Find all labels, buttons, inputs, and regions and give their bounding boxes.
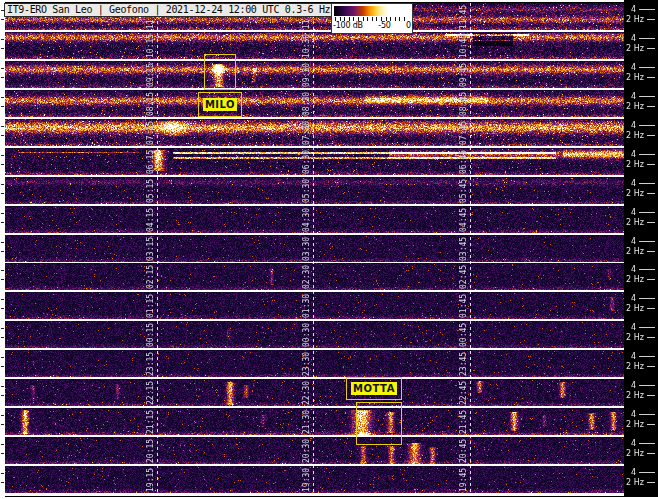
- freq-tick-dash: [639, 414, 655, 415]
- freq-tick-dash: [647, 424, 655, 425]
- freq-tick-dash: [639, 67, 655, 68]
- freq-axis-row: 42 Hz: [625, 350, 656, 376]
- freq-tick-dash: [639, 269, 655, 270]
- time-tick-label: 08:45: [459, 92, 468, 116]
- time-tick-label: 21:45: [459, 410, 468, 434]
- time-tick-label: 10:15: [146, 34, 155, 58]
- freq-tick: 4: [625, 237, 656, 246]
- time-tick-label: 00:15: [146, 323, 155, 347]
- freq-tick: 4: [625, 323, 656, 332]
- freq-tick-label: 4: [631, 5, 636, 14]
- freq-tick-dash: [639, 443, 655, 444]
- freq-tick-label: 4: [631, 121, 636, 130]
- freq-tick-label: 4: [631, 63, 636, 72]
- freq-tick: 2 Hz: [625, 73, 656, 82]
- freq-tick: 2 Hz: [625, 391, 656, 400]
- freq-axis-row: 42 Hz: [625, 437, 656, 463]
- time-tick-label: 09:15: [146, 63, 155, 87]
- freq-tick-dash: [639, 472, 655, 473]
- freq-tick-label: 2 Hz: [626, 247, 644, 256]
- freq-tick: 2 Hz: [625, 102, 656, 111]
- colorbar-label-max: 0: [406, 21, 411, 30]
- freq-tick-label: 4: [631, 468, 636, 477]
- freq-tick-label: 2 Hz: [626, 131, 644, 140]
- freq-tick-dash: [647, 222, 655, 223]
- freq-tick-dash: [647, 308, 655, 309]
- freq-tick: 4: [625, 352, 656, 361]
- freq-tick-dash: [647, 337, 655, 338]
- freq-tick: 2 Hz: [625, 275, 656, 284]
- time-tick-label: 07:30: [302, 121, 311, 145]
- freq-tick: 2 Hz: [625, 420, 656, 429]
- freq-tick: 4: [625, 381, 656, 390]
- time-tick-label: 20:30: [302, 439, 311, 463]
- freq-axis-row: 42 Hz: [625, 263, 656, 289]
- time-tick-label: 23:30: [302, 352, 311, 376]
- freq-tick: 2 Hz: [625, 160, 656, 169]
- freq-tick: 2 Hz: [625, 362, 656, 371]
- freq-tick: 4: [625, 179, 656, 188]
- station-label-milo: MILO: [203, 98, 237, 111]
- time-tick-label: 19:45: [459, 468, 468, 492]
- time-tick-label: 03:15: [146, 237, 155, 261]
- freq-tick-dash: [647, 279, 655, 280]
- station-title: IT9-ERO San Leo | Geofono | 2021-12-24 1…: [4, 3, 333, 17]
- time-tick-label: 00:45: [459, 323, 468, 347]
- time-tick-label: 01:45: [459, 294, 468, 318]
- freq-tick-label: 4: [631, 237, 636, 246]
- time-tick-label: 02:45: [459, 265, 468, 289]
- freq-tick-label: 2 Hz: [626, 478, 644, 487]
- freq-tick-label: 2 Hz: [626, 15, 644, 24]
- event-box-milo: [204, 54, 236, 90]
- freq-axis-row: 42 Hz: [625, 206, 656, 232]
- time-tick-label: 19:15: [146, 468, 155, 492]
- freq-axis-row: 42 Hz: [625, 61, 656, 87]
- time-tick-label: 05:30: [302, 179, 311, 203]
- time-tick-label: 07:15: [146, 121, 155, 145]
- freq-tick-label: 2 Hz: [626, 391, 644, 400]
- freq-tick: 4: [625, 150, 656, 159]
- freq-tick-label: 2 Hz: [626, 420, 644, 429]
- time-tick-label: 02:15: [146, 265, 155, 289]
- label-box-motta: MOTTA: [346, 377, 402, 400]
- time-tick-label: 23:15: [146, 352, 155, 376]
- freq-tick-dash: [647, 453, 655, 454]
- freq-tick: 2 Hz: [625, 44, 656, 53]
- freq-tick-label: 4: [631, 92, 636, 101]
- freq-tick-label: 4: [631, 439, 636, 448]
- freq-tick: 2 Hz: [625, 449, 656, 458]
- time-tick-label: 19:30: [302, 468, 311, 492]
- time-tick-label: 03:30: [302, 237, 311, 261]
- station-label-motta: MOTTA: [351, 382, 397, 395]
- freq-tick-dash: [639, 9, 655, 10]
- freq-tick-dash: [639, 125, 655, 126]
- freq-tick-label: 2 Hz: [626, 275, 644, 284]
- freq-axis-row: 42 Hz: [625, 292, 656, 318]
- freq-axis-row: 42 Hz: [625, 235, 656, 261]
- freq-axis-row: 42 Hz: [625, 321, 656, 347]
- time-tick-label: 22:30: [302, 381, 311, 405]
- time-tick-label: 11:45: [459, 5, 468, 29]
- freq-tick-dash: [639, 96, 655, 97]
- freq-tick: 2 Hz: [625, 218, 656, 227]
- time-tick-label: 21:30: [302, 410, 311, 434]
- freq-tick: 4: [625, 468, 656, 477]
- colorbar: -100 dB -50 0: [331, 3, 413, 34]
- freq-axis-row: 42 Hz: [625, 32, 656, 58]
- freq-tick: 2 Hz: [625, 304, 656, 313]
- colorbar-label-min: -100 dB: [333, 21, 363, 30]
- time-tick-label: 01:15: [146, 294, 155, 318]
- freq-tick-label: 4: [631, 294, 636, 303]
- label-box-milo: MILO: [198, 92, 242, 117]
- freq-tick: 4: [625, 208, 656, 217]
- freq-tick-dash: [647, 251, 655, 252]
- time-tick-label: 00:30: [302, 323, 311, 347]
- freq-tick: 4: [625, 265, 656, 274]
- time-tick-label: 08:30: [302, 92, 311, 116]
- time-tick-label: 20:45: [459, 439, 468, 463]
- freq-tick-dash: [639, 241, 655, 242]
- time-tick-label: 05:45: [459, 179, 468, 203]
- time-tick-label: 10:30: [302, 34, 311, 58]
- freq-tick-dash: [639, 327, 655, 328]
- freq-tick-label: 2 Hz: [626, 73, 644, 82]
